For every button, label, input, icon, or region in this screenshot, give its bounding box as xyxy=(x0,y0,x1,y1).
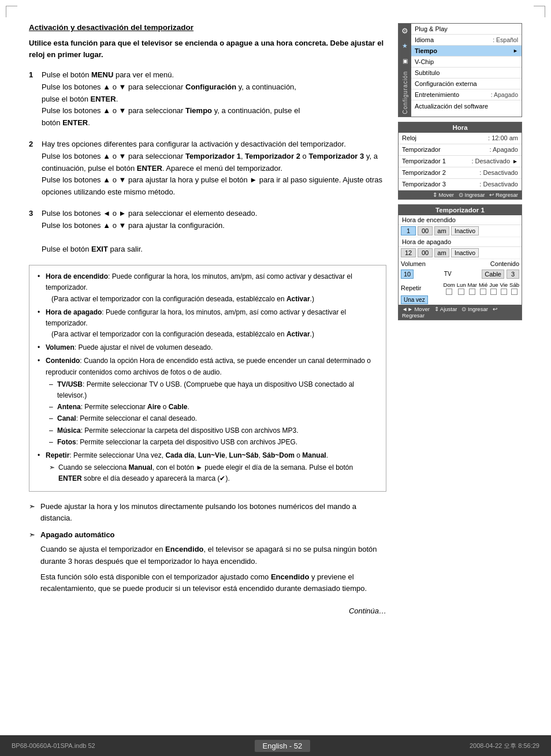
bullet-contenido: • Contenido: Cuando la opción Hora de en… xyxy=(38,355,378,377)
step-1-content: Pulse el botón MENU para ver el menú. Pu… xyxy=(42,69,386,129)
day-sab: Sáb xyxy=(509,282,519,295)
day-jue-check[interactable] xyxy=(490,289,497,295)
hora-panel-header: Hora xyxy=(399,122,522,133)
config-icon-settings: ⚙ xyxy=(400,26,409,35)
timer1-ap-state[interactable]: Inactivo xyxy=(451,248,479,257)
content-channel[interactable]: 3 xyxy=(507,270,519,279)
vol-content-values: 10 TV Cable 3 xyxy=(399,268,522,280)
page: Activación y desactivación del temporiza… xyxy=(0,0,551,756)
note-1: ➣ Puede ajustar la hora y los minutos di… xyxy=(29,501,386,525)
step-3-content: Pulse los botones ◄ o ► para seleccionar… xyxy=(42,208,386,256)
timer1-ap-ampm[interactable]: am xyxy=(434,248,449,257)
content-subtype[interactable]: Cable xyxy=(482,270,504,279)
timer1-footer: ◄► Mover ⇕ Ajustar ⊙ Ingresar ↩ Regresar xyxy=(399,305,522,320)
apagado-automatico-heading: Apagado automático xyxy=(40,529,386,541)
config-row-entretenimiento: Entretenimiento : Apagado xyxy=(411,89,522,100)
sidebar-panels: ⚙ ★ ▣ Configuración Plug & Play Idioma :… xyxy=(398,23,522,615)
bullet-repetir: • Repetir: Permite seleccionar Una vez, … xyxy=(38,450,378,461)
timer1-enc-min[interactable]: 00 xyxy=(418,226,433,235)
config-row-idioma: Idioma : Español xyxy=(411,35,522,46)
config-content: Plug & Play Idioma : Español Tiempo ► V-… xyxy=(411,24,522,117)
config-row-vchip: V-Chip xyxy=(411,57,522,68)
hora-row-temp2: Temporizador 2 : Desactivado xyxy=(399,167,522,179)
content-type[interactable]: TV xyxy=(416,271,479,277)
day-dom: Dom xyxy=(444,282,455,295)
step-3: 3 Pulse los botones ◄ o ► para seleccion… xyxy=(29,208,386,256)
step-3-number: 3 xyxy=(29,208,42,256)
config-sidebar-strip: ⚙ ★ ▣ Configuración xyxy=(399,24,411,117)
config-panel: ⚙ ★ ▣ Configuración Plug & Play Idioma :… xyxy=(398,23,522,117)
note-apagado-automatico: ➣ Apagado automático Cuando se ajusta el… xyxy=(29,529,386,595)
config-row-actualizacion: Actualización del software xyxy=(411,100,522,111)
day-vie: Vie xyxy=(500,282,508,295)
step-2-content: Hay tres opciones diferentes para config… xyxy=(42,139,386,199)
day-mar-check[interactable] xyxy=(469,289,475,295)
timer1-apagado-row: 12 00 am Inactivo xyxy=(399,247,522,259)
bullet-box: • Hora de encendido: Puede configurar la… xyxy=(29,265,386,491)
hora-panel-footer: ⇕ Mover ⊙ Ingresar ↩ Regresar xyxy=(399,190,522,199)
hora-row-reloj: Reloj : 12:00 am xyxy=(399,133,522,144)
day-mar: Mar xyxy=(468,282,477,295)
volume-value[interactable]: 10 xyxy=(401,270,414,279)
timer1-panel: Temporizador 1 Hora de encendido 1 00 am… xyxy=(398,204,522,320)
day-vie-check[interactable] xyxy=(501,289,507,295)
once-row: Una vez xyxy=(399,295,522,305)
continua-text: Continúa… xyxy=(29,607,386,615)
day-lun: Lun xyxy=(457,282,466,295)
main-content: Activación y desactivación del temporiza… xyxy=(29,23,386,615)
timer1-encendido-label: Hora de encendido xyxy=(399,215,522,225)
config-icon-block: ▣ xyxy=(400,56,409,65)
day-sab-check[interactable] xyxy=(511,289,518,295)
timer1-enc-state[interactable]: Inactivo xyxy=(451,226,479,235)
day-mie-check[interactable] xyxy=(480,289,486,295)
config-row-externa: Configuración externa xyxy=(411,78,522,89)
corner-mark-tr xyxy=(534,6,545,17)
bullet-volumen: • Volumen: Puede ajustar el nivel de vol… xyxy=(38,342,378,353)
hora-row-temp3: Temporizador 3 : Desactivado xyxy=(399,179,522,190)
timer1-enc-hour[interactable]: 1 xyxy=(401,226,416,235)
timer1-enc-ampm[interactable]: am xyxy=(434,226,449,235)
hora-row-temp1: Temporizador 1 : Desactivado ► xyxy=(399,156,522,167)
page-number: English - 52 xyxy=(255,740,311,752)
timer1-encendido-row: 1 00 am Inactivo xyxy=(399,225,522,237)
step-2: 2 Hay tres opciones diferentes para conf… xyxy=(29,139,386,199)
bullet-hora-encendido: • Hora de encendido: Puede configurar la… xyxy=(38,271,378,305)
repeat-header-row: Repetir Dom Lun Mar Mié xyxy=(399,280,522,295)
timer1-header: Temporizador 1 xyxy=(399,205,522,215)
hora-row-temporizador: Temporizador : Apagado xyxy=(399,144,522,156)
day-mie: Mié xyxy=(479,282,487,295)
repeat-label: Repetir xyxy=(401,285,421,291)
config-row-tiempo: Tiempo ► xyxy=(411,46,522,57)
sub-manual: ➣Cuando se selecciona Manual, con el bot… xyxy=(38,462,378,484)
bottom-bar: BP68-00660A-01SPA.indb 52 English - 52 2… xyxy=(0,735,551,756)
vol-content-labels: Volumen Contenido xyxy=(399,259,522,268)
day-lun-check[interactable] xyxy=(458,289,464,295)
config-icon-star: ★ xyxy=(400,41,409,50)
sub-tv-usb: –TV/USB: Permite seleccionar TV o USB. (… xyxy=(38,379,378,448)
step-1-number: 1 xyxy=(29,69,42,129)
hora-panel: Hora Reloj : 12:00 am Temporizador : Apa… xyxy=(398,122,522,200)
file-info: BP68-00660A-01SPA.indb 52 xyxy=(12,742,95,749)
once-button[interactable]: Una vez xyxy=(401,295,428,304)
day-dom-check[interactable] xyxy=(446,289,452,295)
section-heading: Activación y desactivación del temporiza… xyxy=(29,23,386,32)
timer1-ap-min[interactable]: 00 xyxy=(418,248,433,257)
step-1: 1 Pulse el botón MENU para ver el menú. … xyxy=(29,69,386,129)
timer1-ap-hour[interactable]: 12 xyxy=(401,248,416,257)
config-row-plug: Plug & Play xyxy=(411,24,522,35)
timestamp: 2008-04-22 오후 8:56:29 xyxy=(470,742,539,750)
timer1-apagado-label: Hora de apagado xyxy=(399,237,522,247)
intro-paragraph: Utilice esta función para que el televis… xyxy=(29,38,386,60)
config-row-subtitulo: Subtítulo xyxy=(411,68,522,78)
day-jue: Jue xyxy=(489,282,498,295)
corner-mark-tl xyxy=(6,6,17,17)
bullet-hora-apagado: • Hora de apagado: Puede configurar la h… xyxy=(38,307,378,340)
step-2-number: 2 xyxy=(29,139,42,199)
